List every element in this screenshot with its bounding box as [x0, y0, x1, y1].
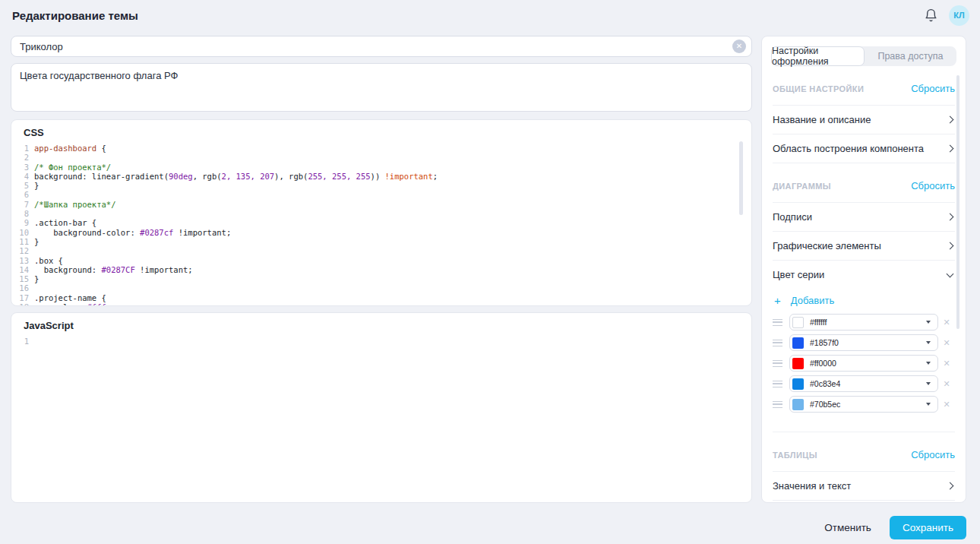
js-editor-label: JavaScript [11, 313, 751, 331]
sidebar-item[interactable]: Цвет серии [773, 261, 955, 289]
code-line: 18 color: #fff [11, 302, 751, 306]
drag-handle-icon[interactable] [773, 319, 782, 326]
code-line: 4background: linear-gradient(90deg, rgb(… [11, 172, 751, 181]
code-text: } [34, 274, 39, 283]
code-text: /* Фон проекта*/ [34, 163, 111, 172]
avatar[interactable]: КЛ [949, 5, 969, 26]
color-swatch [792, 337, 804, 349]
drag-handle-icon[interactable] [773, 360, 782, 367]
color-hex-value: #1857f0 [810, 338, 926, 347]
caret-down-icon [926, 403, 931, 406]
css-code-area[interactable]: 1app-dashboard {23/* Фон проекта*/4backg… [11, 144, 751, 306]
code-line: 10 background-color: #0287cf !important; [11, 228, 751, 237]
code-line: 14 background: #0287CF !important; [11, 265, 751, 274]
code-line: 2 [11, 153, 751, 162]
sidebar-item[interactable]: Область построения компонента [773, 134, 955, 163]
code-text: color: #fff [34, 302, 106, 306]
tab-access-rights[interactable]: Права доступа [865, 46, 956, 66]
drag-handle-icon[interactable] [773, 340, 782, 346]
sidebar-item[interactable]: Название и описание [773, 106, 955, 134]
sidebar-item[interactable]: Подписи [773, 203, 955, 232]
line-number: 11 [11, 237, 34, 246]
code-text: app-dashboard { [34, 144, 106, 153]
sidebar-item-label: Область построения компонента [773, 143, 924, 154]
color-swatch [792, 358, 804, 369]
sidebar-section-header: ТАБЛИЦЫСбросить [773, 432, 955, 472]
line-number: 16 [11, 283, 34, 293]
add-color-button[interactable]: +Добавить [773, 289, 955, 314]
color-select[interactable]: #0c83e4 [789, 375, 938, 392]
sidebar-item-label: Значения и текст [773, 480, 851, 492]
sidebar-item-label: Графические элементы [773, 240, 881, 251]
line-number: 12 [11, 246, 34, 255]
remove-color-button[interactable]: ✕ [938, 400, 955, 410]
sidebar-item[interactable]: Значения и текст [773, 472, 955, 501]
chevron-right-icon [947, 116, 954, 124]
notifications-bell-icon[interactable] [924, 8, 938, 23]
color-select[interactable]: #ff0000 [789, 355, 938, 372]
code-text: .project-name { [34, 293, 106, 302]
reset-link[interactable]: Сбросить [911, 180, 955, 191]
chevron-right-icon [947, 145, 954, 153]
code-text: background-color: #0287cf !important; [34, 228, 231, 237]
line-number: 9 [11, 218, 34, 227]
code-line: 1 [11, 337, 751, 346]
caret-down-icon [926, 341, 931, 344]
color-swatch [792, 378, 804, 390]
chevron-right-icon [947, 482, 954, 490]
section-title: ДИАГРАММЫ [773, 182, 831, 191]
sidebar-scrollbar[interactable] [956, 75, 959, 329]
code-text: background: linear-gradient(90deg, rgb(2… [34, 172, 438, 181]
line-number: 5 [11, 181, 34, 190]
code-line: 1app-dashboard { [11, 144, 751, 153]
sidebar-item-label: Подписи [773, 211, 812, 223]
line-number: 6 [11, 190, 34, 199]
code-line: 17.project-name { [11, 293, 751, 302]
remove-color-button[interactable]: ✕ [938, 359, 955, 368]
theme-name-input[interactable] [11, 36, 752, 57]
code-text: .box { [34, 256, 63, 265]
reset-link[interactable]: Сбросить [911, 449, 955, 460]
sidebar-item[interactable]: Графические элементы [773, 232, 955, 261]
js-code-area[interactable]: 1 [11, 337, 751, 489]
remove-color-button[interactable]: ✕ [938, 338, 955, 348]
color-row: #ff0000✕ [773, 355, 955, 372]
drag-handle-icon[interactable] [773, 401, 782, 408]
color-swatch [792, 317, 804, 328]
page-title: Редактирование темы [12, 9, 138, 22]
color-row: #ffffff✕ [773, 314, 955, 331]
sidebar-item-label: Цвет серии [773, 269, 824, 280]
theme-description-input[interactable]: Цвета государственного флага РФ [11, 63, 752, 112]
caret-down-icon [926, 321, 931, 324]
line-number: 13 [11, 256, 34, 265]
color-select[interactable]: #70b5ec [789, 396, 938, 413]
chevron-right-icon [947, 213, 954, 221]
reset-link[interactable]: Сбросить [911, 83, 955, 94]
js-editor-panel: JavaScript 1 [11, 312, 752, 503]
chevron-down-icon [947, 270, 954, 277]
line-number: 17 [11, 293, 34, 302]
remove-color-button[interactable]: ✕ [938, 318, 955, 327]
remove-color-button[interactable]: ✕ [938, 379, 955, 389]
line-number: 10 [11, 228, 34, 237]
code-line: 12 [11, 246, 751, 255]
clear-input-icon[interactable]: ✕ [732, 40, 746, 53]
color-select[interactable]: #1857f0 [789, 334, 938, 351]
drag-handle-icon[interactable] [773, 381, 782, 387]
code-line: 13.box { [11, 256, 751, 265]
line-number: 18 [11, 302, 34, 306]
app-header: Редактирование темы КЛ [0, 0, 980, 30]
line-number: 7 [11, 200, 34, 209]
tab-design-settings[interactable]: Настройки оформления [771, 46, 865, 66]
css-editor-label: CSS [11, 120, 751, 138]
caret-down-icon [926, 382, 931, 385]
cancel-button[interactable]: Отменить [824, 522, 871, 533]
code-text: } [34, 237, 39, 246]
color-row: #0c83e4✕ [773, 375, 955, 392]
line-number: 14 [11, 265, 34, 274]
save-button[interactable]: Сохранить [890, 516, 966, 539]
spacer [773, 416, 955, 432]
color-select[interactable]: #ffffff [789, 314, 938, 331]
color-hex-value: #ff0000 [810, 359, 926, 368]
css-editor-scrollbar[interactable] [739, 141, 743, 215]
